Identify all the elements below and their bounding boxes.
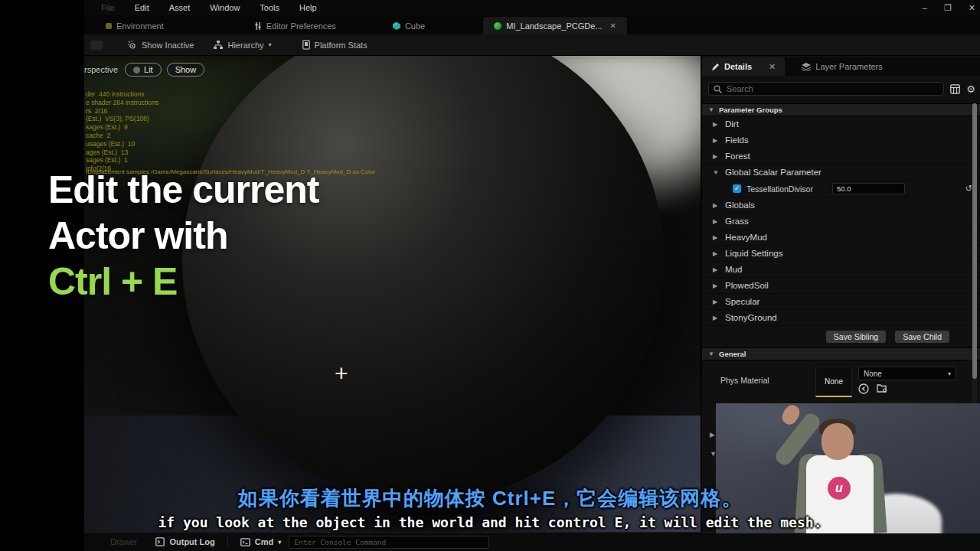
- group-row-mud[interactable]: ▶ Mud: [702, 262, 980, 278]
- chevron-down-icon: ▾: [269, 41, 272, 48]
- search-row: Search ⚙: [702, 79, 980, 99]
- gear-icon[interactable]: ⚙: [966, 83, 975, 95]
- output-log-button[interactable]: Output Log: [155, 537, 214, 546]
- cube-icon: [393, 22, 400, 30]
- general-header[interactable]: ▼ General: [702, 347, 980, 360]
- menu-window[interactable]: Window: [210, 3, 240, 12]
- menu-file[interactable]: File: [101, 3, 115, 12]
- pencil-icon: [711, 63, 720, 71]
- save-sibling-button[interactable]: Save Sibling: [826, 331, 886, 343]
- group-row-global-scalar[interactable]: ▼ Global Scalar Parameter: [702, 165, 980, 181]
- parameter-value-input[interactable]: 50.0: [832, 183, 905, 194]
- search-placeholder: Search: [727, 84, 753, 93]
- parameter-groups-label: Parameter Groups: [719, 106, 782, 114]
- menu-help[interactable]: Help: [299, 3, 317, 12]
- cmd-icon: [240, 538, 250, 546]
- platform-stats-button[interactable]: Platform Stats: [296, 37, 374, 52]
- caret-right-icon: ▶: [713, 202, 719, 209]
- subtitle-chinese: 如果你看着世界中的物体按 Ctrl+E，它会编辑该网格。: [0, 485, 980, 512]
- tab-label: MI_Landscape_PCGDe...: [506, 21, 602, 31]
- parameter-checkbox[interactable]: ✓: [733, 184, 741, 193]
- platform-stats-label: Platform Stats: [315, 41, 368, 50]
- show-menu-button[interactable]: Show: [167, 63, 205, 77]
- menu-bar: File Edit Asset Window Tools Help: [84, 0, 980, 15]
- save-icon[interactable]: [90, 41, 103, 50]
- group-label: StonyGround: [725, 313, 777, 322]
- search-input[interactable]: Search: [708, 82, 944, 96]
- general-label: General: [719, 350, 746, 358]
- group-row-dirt[interactable]: ▶ Dirt: [702, 116, 980, 132]
- group-label: Grass: [725, 217, 749, 226]
- parameter-groups-header[interactable]: ▼ Parameter Groups: [702, 103, 980, 116]
- tab-environment[interactable]: Environment: [95, 17, 175, 34]
- caret-right-icon: ▶: [713, 153, 719, 160]
- phys-material-row: Phys Material None None ▾: [702, 364, 980, 409]
- collapsed-section-caret[interactable]: ▶: [710, 431, 715, 439]
- group-label: PlowedSoil: [725, 281, 769, 290]
- panel-scrollbar[interactable]: [972, 103, 977, 446]
- output-log-label: Output Log: [169, 537, 214, 546]
- cmd-label: Cmd: [255, 537, 273, 546]
- tab-layer-parameters[interactable]: Layer Parameters: [792, 57, 891, 76]
- hierarchy-label: Hierarchy: [227, 41, 263, 50]
- chevron-down-icon: ▾: [278, 539, 281, 546]
- caret-right-icon: ▶: [713, 250, 719, 257]
- group-row-globals[interactable]: ▶ Globals: [702, 197, 980, 214]
- menu-edit[interactable]: Edit: [135, 3, 149, 12]
- phys-material-label: Phys Material: [720, 376, 769, 385]
- hierarchy-button[interactable]: Hierarchy ▾: [207, 38, 277, 52]
- group-row-grass[interactable]: ▶ Grass: [702, 214, 980, 230]
- output-log-icon: [155, 537, 165, 546]
- show-inactive-label: Show Inactive: [142, 41, 194, 50]
- panel-close-icon[interactable]: ✕: [769, 62, 776, 72]
- group-row-fields[interactable]: ▶ Fields: [702, 132, 980, 148]
- asset-toolbar: Show Inactive Hierarchy ▾ Platform Stats: [84, 34, 980, 56]
- restore-button[interactable]: ❐: [944, 3, 952, 13]
- crosshair-cursor: +: [335, 360, 348, 386]
- use-selected-icon[interactable]: [858, 383, 869, 394]
- lit-mode-button[interactable]: Lit: [125, 63, 162, 77]
- tab-cube[interactable]: Cube: [382, 17, 436, 34]
- content-drawer-label[interactable]: Drawer: [110, 537, 137, 546]
- console-command-input[interactable]: Enter Console Command: [289, 536, 489, 549]
- group-row-specular[interactable]: ▶ Specular: [702, 294, 980, 310]
- group-row-plowedsoil[interactable]: ▶ PlowedSoil: [702, 278, 980, 294]
- lit-label: Lit: [144, 65, 153, 74]
- show-inactive-button[interactable]: Show Inactive: [121, 38, 200, 52]
- material-sphere-icon: [494, 22, 501, 30]
- dropdown-value: None: [864, 370, 882, 378]
- tab-bar: Environment Editor Preferences Cube MI_L…: [84, 15, 980, 34]
- parameter-name: TessellationDivisor: [746, 184, 827, 194]
- phys-material-none-tab[interactable]: None: [815, 367, 852, 397]
- hierarchy-icon: [214, 41, 223, 50]
- caret-right-icon: ▶: [713, 315, 719, 321]
- presenter-head: [822, 423, 854, 460]
- save-child-button[interactable]: Save Child: [895, 331, 949, 343]
- tab-details[interactable]: Details ✕: [702, 57, 785, 76]
- browse-to-asset-icon[interactable]: [877, 383, 888, 394]
- tab-close-icon[interactable]: ✕: [610, 21, 616, 30]
- display-filter-icon[interactable]: [950, 84, 960, 94]
- group-label: Dirt: [725, 119, 739, 129]
- group-row-forest[interactable]: ▶ Forest: [702, 148, 980, 165]
- shader-stats-text: der 440 instructions e shader 264 instru…: [86, 90, 158, 173]
- minimize-button[interactable]: –: [923, 3, 927, 12]
- tab-editor-preferences[interactable]: Editor Preferences: [243, 17, 347, 34]
- close-button[interactable]: ✕: [969, 3, 975, 13]
- divider: [227, 536, 228, 547]
- reset-to-default-icon[interactable]: ↺: [965, 184, 972, 194]
- cmd-selector[interactable]: Cmd ▾: [240, 537, 281, 546]
- layers-icon: [802, 63, 811, 71]
- tutorial-caption: Edit the current Actor with Ctrl + E: [48, 167, 446, 305]
- caret-down-icon: ▼: [708, 350, 714, 357]
- scrollbar-thumb[interactable]: [972, 103, 977, 379]
- menu-tools[interactable]: Tools: [260, 3, 279, 12]
- tab-mi-landscape[interactable]: MI_Landscape_PCGDe... ✕: [483, 17, 627, 34]
- tab-label: Environment: [116, 21, 164, 31]
- group-row-liquid-settings[interactable]: ▶ Liquid Settings: [702, 246, 980, 262]
- phys-material-dropdown[interactable]: None ▾: [858, 367, 956, 380]
- group-row-heavymud[interactable]: ▶ HeavyMud: [702, 230, 980, 246]
- group-row-stonyground[interactable]: ▶ StonyGround: [702, 310, 980, 326]
- perspective-label[interactable]: rspective: [84, 65, 118, 74]
- menu-asset[interactable]: Asset: [169, 3, 191, 12]
